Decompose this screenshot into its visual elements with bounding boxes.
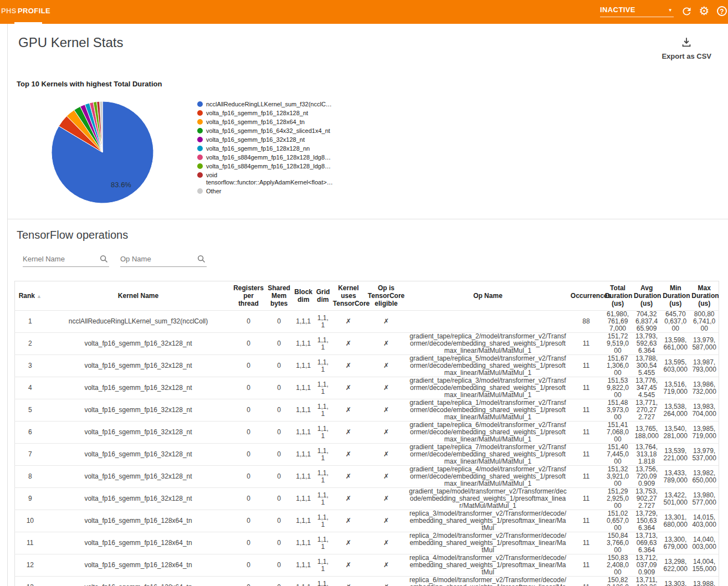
cell-avg-duration: 13,712,037,090.909	[632, 554, 661, 577]
cell-op-name: gradient_tape/model/transformer_v2/Trans…	[407, 488, 569, 510]
cell-grid-dim: 1,1,1	[315, 421, 331, 444]
search-row	[23, 253, 728, 267]
table-row: 11 volta_fp16_sgemm_fp16_128x64_tn 0 0 1…	[15, 532, 719, 554]
cell-block-dim: 1,1,1	[293, 532, 315, 554]
run-status-dropdown[interactable]: INACTIVE ▼	[600, 4, 674, 17]
cell-avg-duration: 13,729,150,636.364	[632, 510, 661, 532]
search-icon	[197, 255, 206, 263]
column-header-total-duration-us-[interactable]: Total Duration (us)	[603, 281, 632, 311]
top-kernels-pie-chart[interactable]: 83.6%	[50, 100, 155, 205]
cell-rank: 13	[15, 577, 45, 586]
cell-rank: 8	[15, 466, 45, 488]
legend-item: ncclAllReduceRingLLKernel_sum_f32(ncclC…	[197, 101, 333, 108]
column-header-registers-per-thread[interactable]: Registers per thread	[231, 281, 265, 311]
tab-graphs[interactable]: PHS	[1, 0, 17, 24]
cell-occurrences: 11	[569, 554, 603, 577]
cell-avg-duration: 13,765,188,000	[632, 421, 661, 444]
column-header-shared-mem-bytes[interactable]: Shared Mem bytes	[266, 281, 293, 311]
legend-item: volta_fp16_sgemm_fp16_128x64_tn	[197, 119, 333, 126]
legend-color-dot	[197, 172, 203, 178]
op-name-search-input[interactable]	[120, 253, 207, 267]
cell-max-duration: 800,806,741,000	[690, 311, 719, 333]
cell-total-duration: 151,417,068,000	[603, 421, 632, 444]
cell-occurrences: 11	[569, 510, 603, 532]
cell-min-duration: 13,539,221,000	[661, 444, 690, 466]
cell-avg-duration: 704,326,837,465.909	[632, 311, 661, 333]
op-name-search	[120, 253, 207, 267]
tab-profile[interactable]: PROFILE	[18, 0, 50, 24]
cell-avg-duration: 13,711,102,363.636	[632, 577, 661, 586]
cell-kernel-name: volta_fp16_sgemm_fp16_32x128_nt	[45, 488, 232, 510]
column-header-op-name[interactable]: Op Name	[407, 281, 569, 311]
cell-shared-mem-bytes: 0	[266, 466, 293, 488]
cell-block-dim: 1,1,1	[293, 333, 315, 355]
column-header-rank[interactable]: Rank▲	[15, 281, 45, 311]
cell-max-duration: 14,004,155,000	[690, 554, 719, 577]
column-header-occurrences[interactable]: Occurrences	[569, 281, 603, 311]
column-header-op-is-tensorcore-eligible[interactable]: Op is TensorCore eligible	[366, 281, 407, 311]
cell-block-dim: 1,1,1	[293, 577, 315, 586]
cell-occurrences: 11	[569, 399, 603, 421]
cell-registers-per-thread: 0	[231, 333, 265, 355]
cell-min-duration: 13,516,719,000	[661, 377, 690, 399]
help-icon[interactable]: ?	[715, 4, 728, 18]
cell-shared-mem-bytes: 0	[266, 377, 293, 399]
cell-max-duration: 13,986,732,000	[690, 377, 719, 399]
cell-min-duration: 13,298,622,000	[661, 554, 690, 577]
table-row: 13 volta_fp16_sgemm_fp16_128x64_tn 0 0 1…	[15, 577, 719, 586]
cell-kernel-name: volta_fp16_sgemm_fp16_128x64_tn	[45, 532, 232, 554]
cell-grid-dim: 1,1,1	[315, 444, 331, 466]
cell-block-dim: 1,1,1	[293, 377, 315, 399]
cell-kernel-uses-tensorcore: ✗	[331, 488, 366, 510]
cell-rank: 9	[15, 488, 45, 510]
kernel-name-search-input[interactable]	[23, 253, 109, 267]
refresh-icon[interactable]	[679, 4, 694, 18]
cell-block-dim: 1,1,1	[293, 466, 315, 488]
gear-icon[interactable]: ⚙	[697, 4, 711, 18]
cell-min-duration: 13,595,603,000	[661, 355, 690, 377]
pie-chart-legend: ncclAllReduceRingLLKernel_sum_f32(ncclC……	[197, 101, 333, 197]
cell-avg-duration: 13,713,069,636.364	[632, 532, 661, 554]
cell-occurrences: 11	[569, 355, 603, 377]
cell-total-duration: 151,483,973,000	[603, 399, 632, 421]
legend-label: volta_fp16_s884gemm_fp16_128x128_ldg8…	[206, 154, 331, 161]
table-row: 10 volta_fp16_sgemm_fp16_128x64_tn 0 0 1…	[15, 510, 719, 532]
column-header-max-duration-us-[interactable]: Max Duration (us)	[690, 281, 719, 311]
cell-rank: 10	[15, 510, 45, 532]
cell-total-duration: 151,323,921,000	[603, 466, 632, 488]
legend-color-dot	[197, 119, 203, 125]
column-header-kernel-uses-tensorcore[interactable]: Kernel uses TensorCore	[331, 281, 366, 311]
gpu-kernel-stats-section: GPU Kernel Stats Export as CSV Top 10 Ke…	[8, 24, 728, 219]
cell-min-duration: 13,538,264,000	[661, 399, 690, 421]
cell-kernel-name: volta_fp16_sgemm_fp16_32x128_nt	[45, 333, 232, 355]
cell-total-duration: 151,407,445,000	[603, 444, 632, 466]
cell-min-duration: 13,422,501,000	[661, 488, 690, 510]
cell-occurrences: 11	[569, 377, 603, 399]
cell-total-duration: 151,292,925,000	[603, 488, 632, 510]
legend-item: volta_fp16_sgemm_fp16_32x128_nt	[197, 136, 333, 143]
legend-item: volta_fp16_sgemm_fp16_128x128_nt	[197, 110, 333, 117]
column-header-kernel-name[interactable]: Kernel Name	[45, 281, 232, 311]
column-header-min-duration-us-[interactable]: Min Duration (us)	[661, 281, 690, 311]
cell-grid-dim: 1,1,1	[315, 554, 331, 577]
table-row: 7 volta_fp16_sgemm_fp16_32x128_nt 0 0 1,…	[15, 444, 719, 466]
legend-color-dot	[197, 128, 203, 133]
cell-kernel-uses-tensorcore: ✗	[331, 554, 366, 577]
column-header-avg-duration-us-[interactable]: Avg Duration (us)	[632, 281, 661, 311]
cell-op-tensorcore-eligible: ✗	[366, 377, 407, 399]
cell-max-duration: 13,979,587,000	[690, 333, 719, 355]
cell-registers-per-thread: 0	[231, 554, 265, 577]
cell-op-tensorcore-eligible: ✗	[366, 577, 407, 586]
export-csv-button[interactable]: Export as CSV	[662, 36, 711, 60]
cell-op-tensorcore-eligible: ✗	[366, 554, 407, 577]
column-header-block-dim[interactable]: Block dim	[293, 281, 315, 311]
tensorflow-operations-section: TensorFlow operations	[8, 219, 728, 586]
cell-kernel-uses-tensorcore: ✗	[331, 577, 366, 586]
legend-color-dot	[197, 188, 203, 194]
cell-block-dim: 1,1,1	[293, 421, 315, 444]
legend-label: ncclAllReduceRingLLKernel_sum_f32(ncclC…	[206, 101, 332, 108]
column-header-grid-dim[interactable]: Grid dim	[315, 281, 331, 311]
cell-max-duration: 13,987,793,000	[690, 355, 719, 377]
legend-label: volta_fp16_sgemm_fp16_128x128_nn	[206, 145, 310, 152]
legend-label: volta_fp16_sgemm_fp16_64x32_sliced1x4_nt	[206, 127, 330, 135]
